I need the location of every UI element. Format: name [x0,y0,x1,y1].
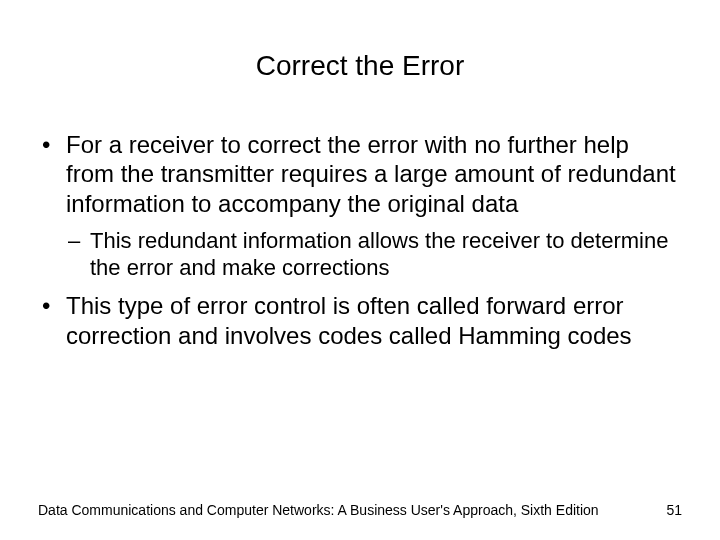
bullet-list: For a receiver to correct the error with… [38,130,682,350]
bullet-text: This redundant information allows the re… [90,228,668,280]
slide: Correct the Error For a receiver to corr… [0,0,720,540]
slide-footer: Data Communications and Computer Network… [38,502,682,518]
sub-bullet-list: This redundant information allows the re… [66,228,682,282]
list-item: This type of error control is often call… [38,291,682,350]
list-item: This redundant information allows the re… [66,228,682,282]
footer-text: Data Communications and Computer Network… [38,502,599,518]
bullet-text: For a receiver to correct the error with… [66,131,676,217]
page-number: 51 [666,502,682,518]
slide-title: Correct the Error [38,50,682,82]
list-item: For a receiver to correct the error with… [38,130,682,281]
bullet-text: This type of error control is often call… [66,292,632,348]
